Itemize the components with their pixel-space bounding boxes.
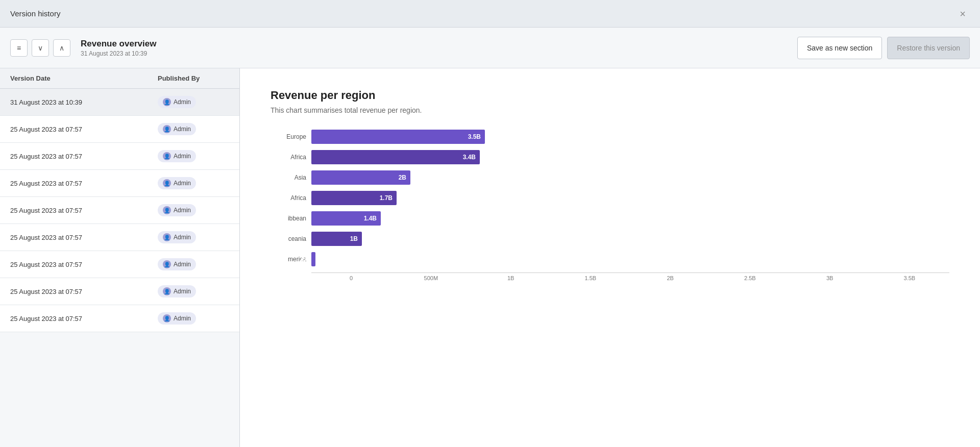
bar-fill: 35M [311,252,315,266]
publisher-badge: 👤Admin [158,96,196,108]
publisher-name: Admin [174,288,191,295]
publisher-badge: 👤Admin [158,123,196,135]
bar-row: ibbean1.4B [271,211,949,226]
version-row[interactable]: 25 August 2023 at 07:57👤Admin [0,170,239,197]
bar-value: 1B [350,235,358,242]
toolbar-row: ≡ ∨ ∧ Revenue overview 31 August 2023 at… [0,28,980,68]
bar-row: Europe3.5B [271,130,949,144]
bar-label: Africa [271,194,306,202]
version-row[interactable]: 25 August 2023 at 07:57👤Admin [0,197,239,224]
x-tick: 3B [790,273,870,281]
bar-fill: 3.4B [311,150,480,164]
chart-title: Revenue per region [271,89,949,102]
chevron-down-icon: ∨ [38,44,43,52]
bar-chart: Europe3.5BAfrica3.4BAsia2BAfrica1.7Bibbe… [271,130,949,281]
user-icon: 👤 [163,125,171,133]
user-icon: 👤 [163,179,171,187]
version-publisher: 👤Admin [158,177,229,189]
bar-value: 3.4B [463,154,476,161]
x-tick: 3.5B [870,273,949,281]
publisher-badge: 👤Admin [158,204,196,216]
bar-label: ceania [271,235,306,242]
version-row[interactable]: 25 August 2023 at 07:57👤Admin [0,278,239,305]
col-date-header: Version Date [10,74,158,82]
version-row[interactable]: 25 August 2023 at 07:57👤Admin [0,143,239,170]
publisher-name: Admin [174,315,191,322]
publisher-badge: 👤Admin [158,150,196,162]
bar-container: 35M [311,252,949,266]
list-view-button[interactable]: ≡ [10,39,28,57]
version-date: 25 August 2023 at 07:57 [10,234,158,241]
publisher-badge: 👤Admin [158,258,196,270]
publisher-name: Admin [174,98,191,106]
chevron-up-button[interactable]: ∧ [53,39,70,57]
section-title: Revenue overview [81,39,156,49]
x-tick: 2.5B [710,273,790,281]
chevron-up-icon: ∧ [59,44,64,52]
version-publisher: 👤Admin [158,258,229,270]
bar-row: Africa1.7B [271,191,949,205]
restore-this-version-button[interactable]: Restore this version [887,37,970,59]
user-icon: 👤 [163,206,171,214]
col-publisher-header: Published By [158,74,229,82]
bar-row: Africa3.4B [271,150,949,164]
version-date: 25 August 2023 at 07:57 [10,207,158,214]
publisher-name: Admin [174,261,191,268]
x-tick: 500M [391,273,471,281]
toolbar-right: Save as new section Restore this version [797,37,970,59]
bar-container: 3.5B [311,130,949,144]
bar-container: 3.4B [311,150,949,164]
bar-container: 1.7B [311,191,949,205]
bar-value: 35M [300,256,311,263]
bar-fill: 1B [311,232,362,246]
x-tick: 1.5B [551,273,630,281]
user-icon: 👤 [163,233,171,241]
version-row[interactable]: 31 August 2023 at 10:39👤Admin [0,89,239,116]
bar-value: 1.7B [380,194,393,202]
chevron-down-button[interactable]: ∨ [32,39,49,57]
bar-label: ibbean [271,215,306,222]
version-panel: Version Date Published By 31 August 2023… [0,68,240,447]
toolbar-left: ≡ ∨ ∧ Revenue overview 31 August 2023 at… [10,39,156,57]
bar-row: Asia2B [271,170,949,185]
user-icon: 👤 [163,287,171,295]
version-list-scroll[interactable]: 31 August 2023 at 10:39👤Admin25 August 2… [0,89,239,447]
version-publisher: 👤Admin [158,204,229,216]
close-button[interactable]: × [955,7,970,21]
publisher-badge: 👤Admin [158,231,196,243]
publisher-name: Admin [174,234,191,241]
content-area: Version Date Published By 31 August 2023… [0,68,980,447]
x-tick: 0 [311,273,391,281]
bar-container: 2B [311,170,949,185]
bar-value: 2B [399,174,406,181]
x-tick: 2B [630,273,710,281]
publisher-badge: 👤Admin [158,177,196,189]
x-axis: 0500M1B1.5B2B2.5B3B3.5B [311,272,949,281]
modal-container: Version history × ≡ ∨ ∧ Revenue overview… [0,0,980,447]
modal-header: Version history × [0,0,980,28]
preview-panel: Revenue per region This chart summarises… [240,68,980,447]
version-date: 25 August 2023 at 07:57 [10,288,158,295]
bar-fill: 2B [311,170,410,185]
user-icon: 👤 [163,152,171,160]
user-icon: 👤 [163,260,171,268]
version-row[interactable]: 25 August 2023 at 07:57👤Admin [0,116,239,143]
modal-title: Version history [10,9,60,18]
version-publisher: 👤Admin [158,312,229,325]
version-publisher: 👤Admin [158,123,229,135]
save-as-new-section-button[interactable]: Save as new section [797,37,882,59]
bar-label: Africa [271,154,306,161]
version-row[interactable]: 25 August 2023 at 07:57👤Admin [0,251,239,278]
bar-value: 3.5B [468,133,481,140]
chart-description: This chart summarises total revenue per … [271,106,949,114]
section-info: Revenue overview 31 August 2023 at 10:39 [81,39,156,57]
publisher-badge: 👤Admin [158,285,196,297]
version-row[interactable]: 25 August 2023 at 07:57👤Admin [0,224,239,251]
user-icon: 👤 [163,98,171,106]
version-table-header: Version Date Published By [0,68,239,89]
version-date: 25 August 2023 at 07:57 [10,315,158,322]
bar-fill: 1.7B [311,191,397,205]
version-row[interactable]: 25 August 2023 at 07:57👤Admin [0,305,239,332]
version-date: 25 August 2023 at 07:57 [10,180,158,187]
bar-fill: 1.4B [311,211,381,226]
